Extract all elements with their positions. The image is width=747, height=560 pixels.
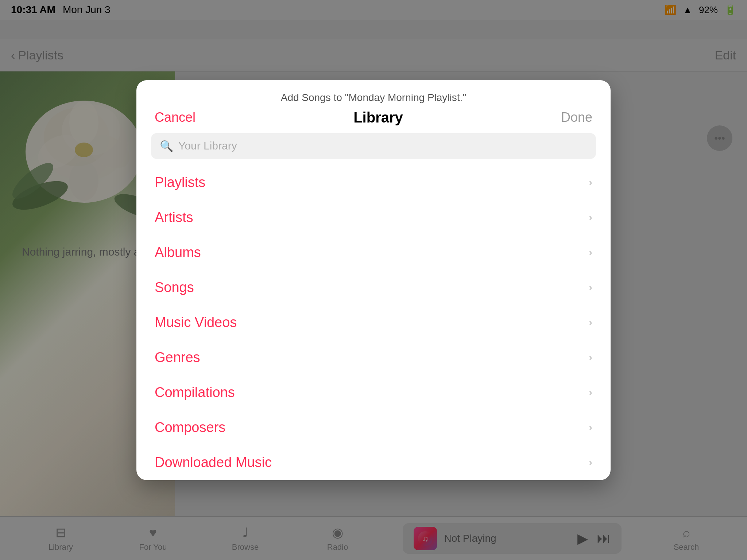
chevron-right-icon: › [589, 176, 592, 188]
library-list: Playlists › Artists › Albums › Songs › M… [136, 165, 611, 480]
downloaded-music-label: Downloaded Music [155, 455, 272, 470]
chevron-right-icon: › [589, 211, 592, 223]
library-item-songs[interactable]: Songs › [136, 270, 611, 305]
library-item-composers[interactable]: Composers › [136, 410, 611, 445]
modal-subtitle: Add Songs to "Monday Morning Playlist." [281, 92, 467, 103]
library-item-downloaded-music[interactable]: Downloaded Music › [136, 445, 611, 480]
library-search-bar[interactable]: 🔍 Your Library [151, 133, 596, 159]
chevron-right-icon: › [589, 456, 592, 468]
modal-header-top: Add Songs to "Monday Morning Playlist." [136, 80, 611, 104]
modal-nav-bar: Cancel Library Done [136, 104, 611, 133]
library-item-playlists[interactable]: Playlists › [136, 165, 611, 200]
modal-overlay: Add Songs to "Monday Morning Playlist." … [0, 0, 747, 560]
compilations-label: Compilations [155, 385, 235, 400]
chevron-right-icon: › [589, 316, 592, 328]
cancel-button[interactable]: Cancel [155, 110, 196, 125]
chevron-right-icon: › [589, 421, 592, 433]
albums-label: Albums [155, 245, 201, 260]
library-item-artists[interactable]: Artists › [136, 200, 611, 235]
library-item-genres[interactable]: Genres › [136, 340, 611, 375]
artists-label: Artists [155, 210, 193, 225]
genres-label: Genres [155, 350, 200, 365]
library-item-albums[interactable]: Albums › [136, 235, 611, 270]
done-button[interactable]: Done [561, 110, 592, 125]
library-item-compilations[interactable]: Compilations › [136, 375, 611, 410]
add-songs-modal: Add Songs to "Monday Morning Playlist." … [136, 80, 611, 480]
chevron-right-icon: › [589, 281, 592, 293]
chevron-right-icon: › [589, 351, 592, 363]
chevron-right-icon: › [589, 246, 592, 258]
playlists-label: Playlists [155, 175, 205, 190]
search-placeholder: Your Library [178, 140, 237, 152]
music-videos-label: Music Videos [155, 315, 237, 330]
search-icon: 🔍 [160, 140, 173, 152]
modal-title: Library [353, 109, 403, 126]
chevron-right-icon: › [589, 386, 592, 398]
library-item-music-videos[interactable]: Music Videos › [136, 305, 611, 340]
composers-label: Composers [155, 420, 225, 435]
songs-label: Songs [155, 280, 194, 295]
